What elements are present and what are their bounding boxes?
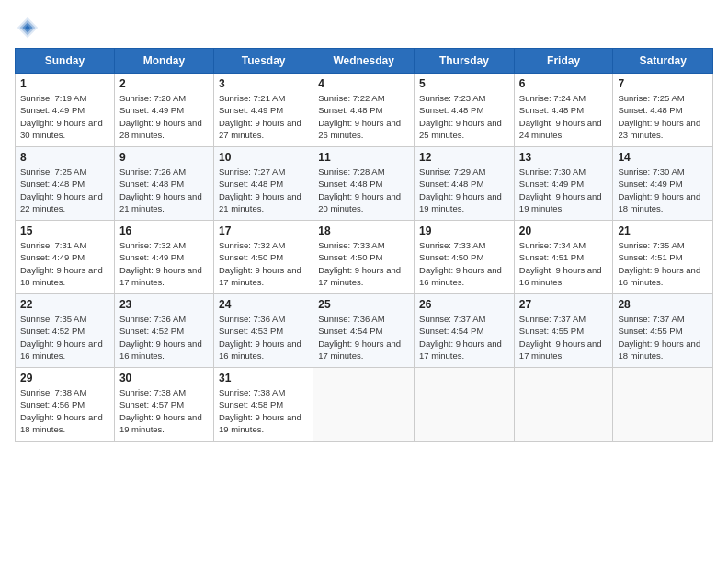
day-number: 23: [119, 298, 209, 311]
day-number: 18: [318, 224, 409, 237]
day-number: 25: [318, 298, 409, 311]
day-info: Sunrise: 7:32 AMSunset: 4:49 PMDaylight:…: [119, 240, 202, 287]
day-number: 29: [20, 372, 109, 385]
day-number: 20: [519, 224, 609, 237]
day-cell-17: 17 Sunrise: 7:32 AMSunset: 4:50 PMDaylig…: [213, 221, 313, 294]
day-info: Sunrise: 7:21 AMSunset: 4:49 PMDaylight:…: [219, 93, 301, 140]
day-info: Sunrise: 7:26 AMSunset: 4:48 PMDaylight:…: [119, 167, 202, 213]
day-info: Sunrise: 7:24 AMSunset: 4:48 PMDaylight:…: [519, 93, 602, 140]
logo-icon: [15, 15, 40, 40]
day-number: 6: [519, 77, 609, 90]
day-cell-27: 27 Sunrise: 7:37 AMSunset: 4:55 PMDaylig…: [514, 294, 613, 368]
day-cell-2: 2 Sunrise: 7:20 AMSunset: 4:49 PMDayligh…: [114, 74, 213, 147]
day-number: 16: [119, 224, 209, 237]
page-header: [15, 15, 713, 40]
day-number: 5: [419, 77, 509, 90]
day-info: Sunrise: 7:36 AMSunset: 4:53 PMDaylight:…: [219, 314, 301, 361]
day-number: 8: [20, 151, 109, 164]
day-info: Sunrise: 7:35 AMSunset: 4:52 PMDaylight:…: [20, 314, 103, 361]
day-cell-15: 15 Sunrise: 7:31 AMSunset: 4:49 PMDaylig…: [16, 221, 115, 294]
day-cell-6: 6 Sunrise: 7:24 AMSunset: 4:48 PMDayligh…: [514, 74, 613, 147]
day-cell-20: 20 Sunrise: 7:34 AMSunset: 4:51 PMDaylig…: [514, 221, 613, 294]
day-info: Sunrise: 7:27 AMSunset: 4:48 PMDaylight:…: [219, 167, 301, 213]
week-row-4: 22 Sunrise: 7:35 AMSunset: 4:52 PMDaylig…: [16, 294, 713, 368]
day-number: 19: [419, 224, 509, 237]
logo: [15, 15, 44, 40]
day-info: Sunrise: 7:19 AMSunset: 4:49 PMDaylight:…: [20, 93, 103, 140]
day-number: 30: [119, 372, 209, 385]
day-number: 4: [318, 77, 409, 90]
day-info: Sunrise: 7:36 AMSunset: 4:52 PMDaylight:…: [119, 314, 202, 361]
day-info: Sunrise: 7:38 AMSunset: 4:57 PMDaylight:…: [119, 387, 202, 434]
day-number: 15: [20, 224, 109, 237]
day-info: Sunrise: 7:37 AMSunset: 4:55 PMDaylight:…: [618, 314, 700, 361]
day-number: 14: [618, 151, 708, 164]
day-cell-11: 11 Sunrise: 7:28 AMSunset: 4:48 PMDaylig…: [313, 147, 415, 221]
day-cell-16: 16 Sunrise: 7:32 AMSunset: 4:49 PMDaylig…: [114, 221, 213, 294]
day-info: Sunrise: 7:25 AMSunset: 4:48 PMDaylight:…: [20, 167, 103, 213]
day-number: 31: [219, 372, 308, 385]
empty-cell: [613, 368, 713, 442]
day-info: Sunrise: 7:30 AMSunset: 4:49 PMDaylight:…: [618, 167, 700, 213]
day-number: 9: [119, 151, 209, 164]
day-cell-13: 13 Sunrise: 7:30 AMSunset: 4:49 PMDaylig…: [514, 147, 613, 221]
day-info: Sunrise: 7:30 AMSunset: 4:49 PMDaylight:…: [519, 167, 602, 213]
day-number: 22: [20, 298, 109, 311]
day-cell-10: 10 Sunrise: 7:27 AMSunset: 4:48 PMDaylig…: [213, 147, 313, 221]
day-cell-30: 30 Sunrise: 7:38 AMSunset: 4:57 PMDaylig…: [114, 368, 213, 442]
day-info: Sunrise: 7:22 AMSunset: 4:48 PMDaylight:…: [318, 93, 401, 140]
day-cell-9: 9 Sunrise: 7:26 AMSunset: 4:48 PMDayligh…: [114, 147, 213, 221]
day-info: Sunrise: 7:35 AMSunset: 4:51 PMDaylight:…: [618, 240, 700, 287]
day-info: Sunrise: 7:38 AMSunset: 4:58 PMDaylight:…: [219, 387, 301, 434]
calendar-table: SundayMondayTuesdayWednesdayThursdayFrid…: [15, 48, 713, 442]
day-info: Sunrise: 7:34 AMSunset: 4:51 PMDaylight:…: [519, 240, 602, 287]
day-info: Sunrise: 7:36 AMSunset: 4:54 PMDaylight:…: [318, 314, 401, 361]
day-cell-26: 26 Sunrise: 7:37 AMSunset: 4:54 PMDaylig…: [415, 294, 515, 368]
day-cell-28: 28 Sunrise: 7:37 AMSunset: 4:55 PMDaylig…: [613, 294, 713, 368]
empty-cell: [514, 368, 613, 442]
day-cell-25: 25 Sunrise: 7:36 AMSunset: 4:54 PMDaylig…: [313, 294, 415, 368]
week-row-1: 1 Sunrise: 7:19 AMSunset: 4:49 PMDayligh…: [16, 74, 713, 147]
day-number: 2: [119, 77, 209, 90]
week-row-2: 8 Sunrise: 7:25 AMSunset: 4:48 PMDayligh…: [16, 147, 713, 221]
col-header-sunday: Sunday: [16, 49, 115, 74]
day-number: 12: [419, 151, 509, 164]
day-cell-5: 5 Sunrise: 7:23 AMSunset: 4:48 PMDayligh…: [415, 74, 515, 147]
day-info: Sunrise: 7:20 AMSunset: 4:49 PMDaylight:…: [119, 93, 202, 140]
day-info: Sunrise: 7:37 AMSunset: 4:55 PMDaylight:…: [519, 314, 602, 361]
col-header-thursday: Thursday: [415, 49, 515, 74]
week-row-5: 29 Sunrise: 7:38 AMSunset: 4:56 PMDaylig…: [16, 368, 713, 442]
day-cell-14: 14 Sunrise: 7:30 AMSunset: 4:49 PMDaylig…: [613, 147, 713, 221]
day-info: Sunrise: 7:32 AMSunset: 4:50 PMDaylight:…: [219, 240, 301, 287]
day-cell-1: 1 Sunrise: 7:19 AMSunset: 4:49 PMDayligh…: [16, 74, 115, 147]
day-cell-31: 31 Sunrise: 7:38 AMSunset: 4:58 PMDaylig…: [213, 368, 313, 442]
day-info: Sunrise: 7:33 AMSunset: 4:50 PMDaylight:…: [318, 240, 401, 287]
day-info: Sunrise: 7:25 AMSunset: 4:48 PMDaylight:…: [618, 93, 700, 140]
col-header-tuesday: Tuesday: [213, 49, 313, 74]
day-number: 11: [318, 151, 409, 164]
day-number: 10: [219, 151, 308, 164]
day-cell-7: 7 Sunrise: 7:25 AMSunset: 4:48 PMDayligh…: [613, 74, 713, 147]
col-header-saturday: Saturday: [613, 49, 713, 74]
day-info: Sunrise: 7:37 AMSunset: 4:54 PMDaylight:…: [419, 314, 502, 361]
col-header-wednesday: Wednesday: [313, 49, 415, 74]
day-number: 1: [20, 77, 109, 90]
day-cell-12: 12 Sunrise: 7:29 AMSunset: 4:48 PMDaylig…: [415, 147, 515, 221]
day-info: Sunrise: 7:23 AMSunset: 4:48 PMDaylight:…: [419, 93, 502, 140]
day-cell-18: 18 Sunrise: 7:33 AMSunset: 4:50 PMDaylig…: [313, 221, 415, 294]
day-number: 3: [219, 77, 308, 90]
day-info: Sunrise: 7:28 AMSunset: 4:48 PMDaylight:…: [318, 167, 401, 213]
day-cell-8: 8 Sunrise: 7:25 AMSunset: 4:48 PMDayligh…: [16, 147, 115, 221]
day-cell-24: 24 Sunrise: 7:36 AMSunset: 4:53 PMDaylig…: [213, 294, 313, 368]
day-number: 24: [219, 298, 308, 311]
day-cell-21: 21 Sunrise: 7:35 AMSunset: 4:51 PMDaylig…: [613, 221, 713, 294]
empty-cell: [415, 368, 515, 442]
day-cell-22: 22 Sunrise: 7:35 AMSunset: 4:52 PMDaylig…: [16, 294, 115, 368]
empty-cell: [313, 368, 415, 442]
day-info: Sunrise: 7:29 AMSunset: 4:48 PMDaylight:…: [419, 167, 502, 213]
day-info: Sunrise: 7:33 AMSunset: 4:50 PMDaylight:…: [419, 240, 502, 287]
day-number: 27: [519, 298, 609, 311]
week-row-3: 15 Sunrise: 7:31 AMSunset: 4:49 PMDaylig…: [16, 221, 713, 294]
day-number: 17: [219, 224, 308, 237]
day-info: Sunrise: 7:38 AMSunset: 4:56 PMDaylight:…: [20, 387, 103, 434]
